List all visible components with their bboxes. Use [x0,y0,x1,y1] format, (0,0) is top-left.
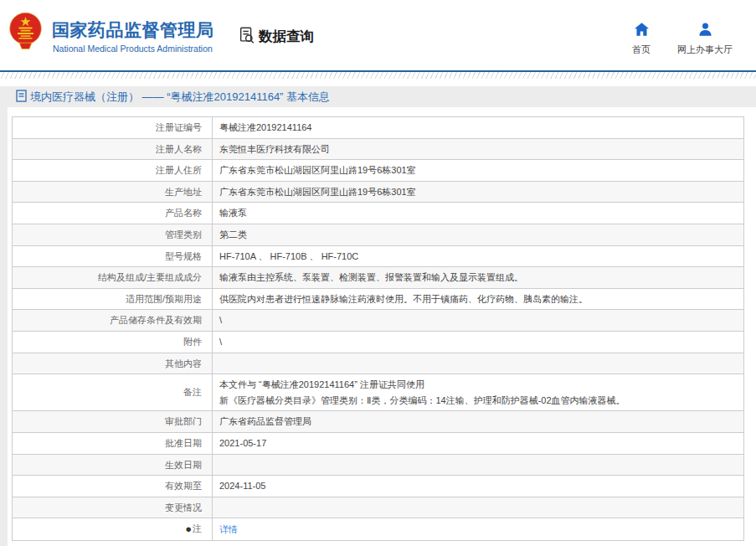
note-bullet-icon: ● [185,523,192,535]
row-value: 广东省药品监督管理局 [213,411,744,433]
row-label: 型号规格 [13,245,213,267]
data-query-tab[interactable]: 数据查询 [238,26,314,48]
row-value [213,454,744,476]
row-label: 变更情况 [13,497,213,518]
table-row: 有效期至2024-11-05 [13,476,744,497]
table-row: 变更情况 [13,497,744,518]
row-value: 2021-05-17 [213,432,744,454]
doc-search-icon [238,26,256,48]
row-label: 生产地址 [13,181,213,203]
online-hall-label: 网上办事大厅 [667,44,743,56]
table-row: 产品名称输液泵 [13,203,744,224]
row-value: \ [213,331,744,353]
left-gutter [0,86,8,546]
table-row: 其他内容 [13,353,744,374]
table-row: 备注本文件与 “粤械注准20192141164” 注册证共同使用 新《医疗器械分… [13,374,744,411]
row-value: 第二类 [213,224,744,245]
row-label: 注册人名称 [13,138,213,160]
row-label: 管理类别 [13,224,213,245]
home-link[interactable]: 首页 [616,23,666,56]
home-link-label: 首页 [616,44,666,56]
row-value: 广东省东莞市松山湖园区阿里山路19号6栋301室 [213,160,744,182]
table-row: 产品储存条件及有效期\ [13,310,744,332]
hatch-stripe [0,72,756,79]
row-value: \ [213,310,744,332]
table-row: 审批部门广东省药品监督管理局 [13,411,744,433]
row-label: 批准日期 [13,432,213,454]
table-row: 批准日期2021-05-17 [13,432,744,454]
agency-title: 国家药品监督管理局 [52,18,214,42]
table-row: 结构及组成/主要组成成分输液泵由主控系统、泵装置、检测装置、报警装置和输入及显示… [13,267,744,289]
row-label: 备注 [13,374,213,411]
breadcrumb-text: 境内医疗器械（注册） —— “粤械注准20192141164” 基本信息 [30,90,330,105]
table-row: 注册人名称东莞恒丰医疗科技有限公司 [13,138,744,160]
row-value: 输液泵 [213,203,744,224]
row-value: 详情 [213,518,744,541]
user-icon [698,24,712,39]
row-value [213,353,744,374]
table-row: 管理类别第二类 [13,224,744,245]
registration-info-table: 注册证编号粤械注准20192141164注册人名称东莞恒丰医疗科技有限公司注册人… [12,116,744,541]
row-label: 生效日期 [13,454,213,476]
row-value: 东莞恒丰医疗科技有限公司 [213,138,744,160]
table-row: 生效日期 [13,454,744,476]
breadcrumb: 境内医疗器械（注册） —— “粤械注准20192141164” 基本信息 [8,86,756,107]
table-row: 注册人住所广东省东莞市松山湖园区阿里山路19号6栋301室 [13,160,744,182]
row-value: 供医院内对患者进行恒速静脉输注药液时使用。不用于镇痛药、化疗药物、胰岛素的输注。 [213,288,744,310]
detail-link[interactable]: 详情 [219,524,238,534]
row-value: 本文件与 “粤械注准20192141164” 注册证共同使用 新《医疗器械分类目… [213,374,744,411]
site-header: 国家药品监督管理局 National Medical Products Admi… [0,0,756,70]
row-label: ●注 [13,518,213,541]
home-icon [635,24,649,39]
table-row: 适用范围/预期用途供医院内对患者进行恒速静脉输注药液时使用。不用于镇痛药、化疗药… [13,288,744,310]
row-label: 审批部门 [13,411,213,433]
row-value: 广东省东莞市松山湖园区阿里山路19号6栋301室 [213,181,744,203]
national-emblem-logo [8,12,44,57]
table-row: 型号规格HF-710A 、 HF-710B 、 HF-710C [13,245,744,267]
row-value: HF-710A 、 HF-710B 、 HF-710C [213,245,744,267]
row-value: 粤械注准20192141164 [213,117,744,139]
table-row: ●注详情 [13,518,744,541]
row-label: 结构及组成/主要组成成分 [13,267,213,289]
table-row: 注册证编号粤械注准20192141164 [13,117,744,139]
agency-subtitle: National Medical Products Administration [53,44,213,54]
data-query-label: 数据查询 [259,28,314,46]
row-value: 2024-11-05 [213,476,744,497]
table-row: 附件\ [13,331,744,353]
row-value: 输液泵由主控系统、泵装置、检测装置、报警装置和输入及显示装置组成。 [213,267,744,289]
row-label: 适用范围/预期用途 [13,288,213,310]
table-row: 生产地址广东省东莞市松山湖园区阿里山路19号6栋301室 [13,181,744,203]
row-label: 其他内容 [13,353,213,374]
row-label: 附件 [13,331,213,353]
row-label: 注册人住所 [13,160,213,182]
page-icon [16,90,27,105]
row-label: 产品名称 [13,203,213,224]
online-hall-link[interactable]: 网上办事大厅 [667,23,743,56]
row-value [213,497,744,518]
row-label: 有效期至 [13,476,213,497]
info-table-body: 注册证编号粤械注准20192141164注册人名称东莞恒丰医疗科技有限公司注册人… [13,117,744,541]
row-label: 产品储存条件及有效期 [13,310,213,332]
row-label: 注册证编号 [13,117,213,139]
